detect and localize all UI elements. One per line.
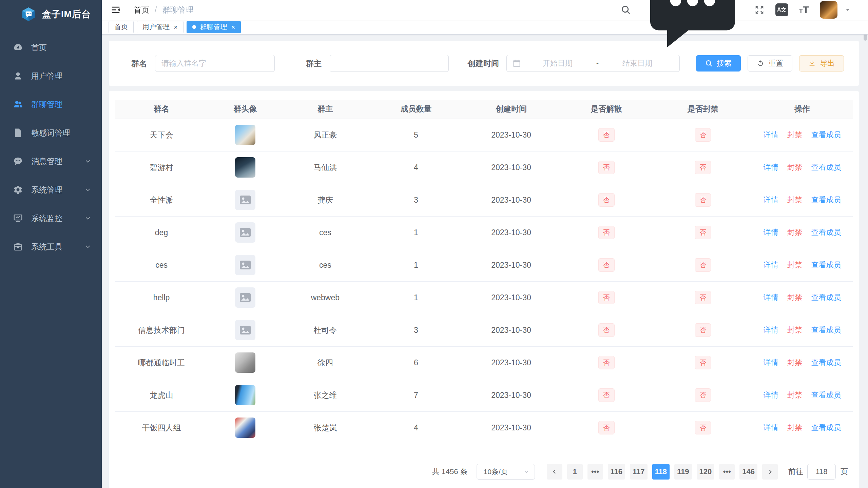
ban-link[interactable]: 封禁 [787, 196, 802, 204]
ban-link[interactable]: 封禁 [787, 293, 802, 302]
view-members-link[interactable]: 查看成员 [811, 130, 841, 139]
sidebar-item-messages[interactable]: 消息管理 [0, 147, 102, 176]
sidebar-item-users[interactable]: 用户管理 [0, 62, 102, 90]
image-placeholder-icon [239, 195, 251, 205]
ban-link[interactable]: 封禁 [787, 423, 802, 432]
cell-actions: 详情 封禁 查看成员 [752, 249, 853, 281]
ban-link[interactable]: 封禁 [787, 228, 802, 237]
cell-member-count: 1 [368, 281, 464, 314]
font-size-icon[interactable]: TT [799, 4, 809, 16]
language-switch-icon[interactable]: A文 [775, 3, 788, 16]
detail-link[interactable]: 详情 [764, 293, 778, 302]
view-members-link[interactable]: 查看成员 [811, 163, 841, 171]
group-name-input[interactable] [155, 55, 275, 72]
cell-created-time: 2023-10-30 [464, 379, 558, 411]
group-avatar [235, 287, 255, 308]
prev-page-button[interactable] [547, 464, 562, 480]
table-row: 天下会 风正豪 5 2023-10-30 否 否 详情 封禁 查看成员 [115, 119, 853, 151]
col-banned: 是否封禁 [654, 100, 752, 119]
cell-member-count: 4 [368, 151, 464, 184]
cell-created-time: 2023-10-30 [464, 151, 558, 184]
detail-link[interactable]: 详情 [764, 326, 778, 334]
avatar[interactable] [820, 1, 837, 19]
sidebar-collapse-icon[interactable] [110, 5, 121, 15]
ban-link[interactable]: 封禁 [787, 163, 802, 171]
chevron-down-icon [84, 215, 92, 222]
detail-link[interactable]: 详情 [764, 163, 778, 171]
pagination: 共 1456 条 10条/页 1•••116117118119120•••146 [115, 444, 853, 480]
view-members-link[interactable]: 查看成员 [811, 293, 841, 302]
view-members-link[interactable]: 查看成员 [811, 261, 841, 269]
cell-group-owner: 张之维 [283, 379, 368, 411]
cell-banned: 否 [654, 216, 752, 249]
cell-actions: 详情 封禁 查看成员 [752, 379, 853, 411]
ban-link[interactable]: 封禁 [787, 358, 802, 367]
view-members-link[interactable]: 查看成员 [811, 423, 841, 432]
group-owner-label: 群主 [306, 58, 322, 69]
search-icon[interactable] [621, 5, 631, 15]
dissolved-badge: 否 [598, 323, 615, 337]
cell-member-count: 1 [368, 249, 464, 281]
notification-message-icon[interactable] [642, 0, 744, 61]
view-members-link[interactable]: 查看成员 [811, 391, 841, 399]
fullscreen-icon[interactable] [754, 5, 765, 15]
table-header-row: 群名 群头像 群主 成员数量 创建时间 是否解散 是否封禁 操作 [115, 100, 853, 119]
start-date-placeholder[interactable]: 开始日期 [521, 58, 594, 68]
sidebar-item-sensitive-words[interactable]: 敏感词管理 [0, 119, 102, 147]
banned-badge: 否 [695, 226, 711, 239]
page-number-button[interactable]: 118 [652, 464, 670, 480]
ban-link[interactable]: 封禁 [787, 326, 802, 334]
ban-link[interactable]: 封禁 [787, 391, 802, 399]
page-number-button[interactable]: 120 [697, 464, 715, 480]
tab-group-management[interactable]: 群聊管理 × [187, 21, 241, 33]
ban-link[interactable]: 封禁 [787, 130, 802, 139]
tab-user-management[interactable]: 用户管理 × [137, 21, 184, 33]
cell-created-time: 2023-10-30 [464, 314, 558, 346]
detail-link[interactable]: 详情 [764, 130, 778, 139]
col-group-avatar: 群头像 [208, 100, 283, 119]
cell-dissolved: 否 [558, 249, 654, 281]
cell-dissolved: 否 [558, 151, 654, 184]
detail-link[interactable]: 详情 [764, 228, 778, 237]
detail-link[interactable]: 详情 [764, 391, 778, 399]
image-placeholder-icon [239, 292, 251, 303]
detail-link[interactable]: 详情 [764, 261, 778, 269]
view-members-link[interactable]: 查看成员 [811, 196, 841, 204]
dissolved-badge: 否 [598, 226, 615, 239]
close-icon[interactable]: × [231, 24, 235, 30]
cell-actions: 详情 封禁 查看成员 [752, 411, 853, 444]
avatar-caret-down-icon[interactable] [844, 6, 851, 13]
goto-page-input[interactable] [807, 464, 836, 480]
sidebar-item-system-tools[interactable]: 系统工具 [0, 232, 102, 261]
view-members-link[interactable]: 查看成员 [811, 326, 841, 334]
view-members-link[interactable]: 查看成员 [811, 358, 841, 367]
group-table: 群名 群头像 群主 成员数量 创建时间 是否解散 是否封禁 操作 天下会 [115, 100, 853, 444]
detail-link[interactable]: 详情 [764, 423, 778, 432]
topbar-actions: A文 TT [621, 0, 851, 61]
page-number-button[interactable]: 116 [608, 464, 625, 480]
page-number-button[interactable]: 119 [674, 464, 692, 480]
page-ellipsis-button[interactable]: ••• [719, 464, 735, 480]
ban-link[interactable]: 封禁 [787, 261, 802, 269]
group-owner-input[interactable] [330, 55, 449, 72]
breadcrumb-home[interactable]: 首页 [134, 5, 149, 15]
chevron-down-icon [84, 186, 92, 194]
detail-link[interactable]: 详情 [764, 196, 778, 204]
breadcrumb-current: 群聊管理 [162, 5, 193, 15]
chevron-down-icon [523, 468, 530, 475]
tab-home[interactable]: 首页 [109, 21, 134, 33]
sidebar-item-groups[interactable]: 群聊管理 [0, 90, 102, 119]
close-icon[interactable]: × [174, 24, 178, 30]
page-number-button[interactable]: 146 [739, 464, 757, 480]
view-members-link[interactable]: 查看成员 [811, 228, 841, 237]
page-size-select[interactable]: 10条/页 [477, 464, 535, 480]
page-number-button[interactable]: 117 [630, 464, 648, 480]
sidebar-item-home[interactable]: 首页 [0, 33, 102, 62]
page-number-button[interactable]: 1 [567, 464, 583, 480]
col-dissolved: 是否解散 [558, 100, 654, 119]
detail-link[interactable]: 详情 [764, 358, 778, 367]
next-page-button[interactable] [762, 464, 778, 480]
page-ellipsis-button[interactable]: ••• [587, 464, 603, 480]
sidebar-item-system-management[interactable]: 系统管理 [0, 176, 102, 204]
sidebar-item-system-monitor[interactable]: 系统监控 [0, 204, 102, 232]
